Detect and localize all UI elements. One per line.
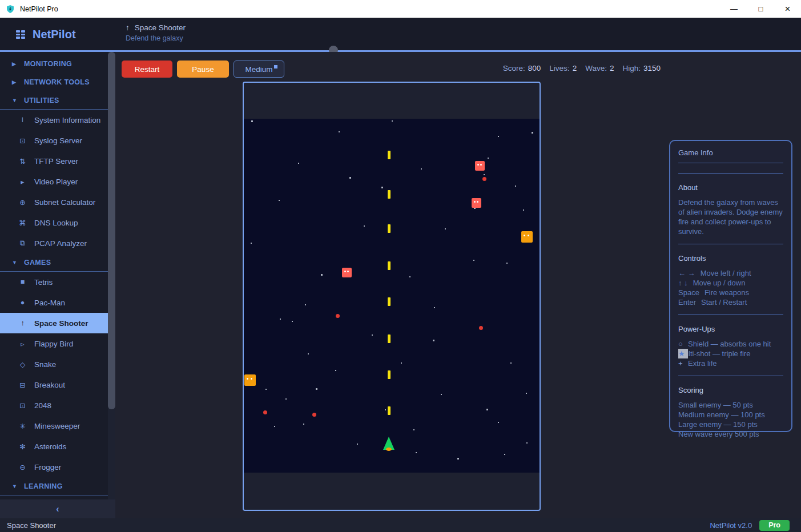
version-label: NetPilot v2.0: [710, 521, 752, 530]
star: [433, 340, 434, 341]
control-key: Space: [678, 288, 699, 297]
panel-row-text: New wave every 500 pts: [678, 429, 759, 439]
sidebar-item-tetris[interactable]: ■Tetris: [0, 272, 108, 292]
tetris-icon: ■: [18, 278, 27, 286]
star: [506, 263, 508, 264]
sidebar-item-syslog-server[interactable]: ⊡Syslog Server: [0, 130, 108, 151]
enemy-eye: [474, 201, 476, 203]
control-key: ↑ ↓: [678, 278, 688, 288]
star: [321, 274, 323, 276]
star: [488, 158, 489, 159]
triangle-down-icon: ▼: [12, 260, 18, 265]
star: [498, 422, 499, 423]
star: [308, 353, 309, 354]
sidebar-item-asteroids[interactable]: ✻Asteroids: [0, 436, 108, 457]
sidebar-item-breakout[interactable]: ⊟Breakout: [0, 374, 108, 395]
shield-icon: ○: [678, 339, 688, 349]
close-button[interactable]: ×: [774, 0, 801, 18]
status-text: Space Shooter: [7, 521, 56, 530]
sidebar-item-pcap-analyzer[interactable]: ⧉PCAP Analyzer: [0, 233, 108, 253]
sidebar-item-minesweeper[interactable]: ✳Minesweeper: [0, 416, 108, 436]
sidebar-item-pac-man[interactable]: ●Pac-Man: [0, 292, 108, 313]
app-title: NetPilot Pro: [20, 5, 58, 13]
panel-row: +Extra life: [678, 358, 783, 368]
brand: NetPilot: [16, 28, 76, 41]
info-icon: i: [18, 116, 27, 124]
enemy-eye: [528, 235, 529, 236]
control-key: ← →: [678, 268, 695, 278]
engine-flame: [386, 448, 392, 451]
panel-row-text: Large enemy — 150 pts: [678, 420, 758, 429]
section-label: GAMES: [24, 259, 51, 267]
sidebar-collapse-button[interactable]: ‹: [0, 499, 115, 518]
sidebar-item-video-player[interactable]: ▸Video Player: [0, 171, 108, 192]
page-title: ↑ Space Shooter: [126, 23, 186, 32]
star: [416, 452, 417, 453]
sidebar-item-label: Minesweeper: [34, 422, 80, 430]
scrollbar-thumb[interactable]: [108, 52, 115, 409]
brand-name: NetPilot: [33, 28, 76, 41]
sidebar-item-label: TFTP Server: [34, 157, 78, 166]
panel-row: ↑ ↓Move up / down: [678, 278, 783, 288]
maximize-button[interactable]: □: [747, 0, 774, 18]
playfield: [244, 119, 540, 473]
difficulty-select[interactable]: Medium: [234, 61, 284, 78]
star: [316, 388, 317, 390]
game-stats: Score:800Lives:2Wave:2High:3150: [503, 64, 661, 72]
panel-row: ★Multi-shot — triple fire: [678, 349, 783, 358]
star: [510, 362, 512, 364]
sidebar-item-label: Space Shooter: [34, 319, 88, 328]
star: [473, 260, 474, 261]
section-label: MONITORING: [24, 60, 72, 68]
sidebar-item-label: Subnet Calculator: [34, 198, 95, 207]
sidebar-section-learning[interactable]: ▼LEARNING: [0, 477, 108, 495]
panel-row: Small enemy — 50 pts: [678, 400, 783, 410]
sidebar-item-subnet-calculator[interactable]: ⊕Subnet Calculator: [0, 192, 108, 212]
star: [305, 304, 306, 305]
main-content: Restart Pause Medium Score:800Lives:2Wav…: [115, 52, 801, 518]
sidebar-item-label: DNS Lookup: [34, 219, 78, 227]
star: [392, 120, 393, 122]
star: [298, 163, 299, 164]
pause-button[interactable]: Pause: [177, 61, 229, 78]
game-canvas[interactable]: [243, 82, 541, 511]
panel-row-text: Move left / right: [701, 268, 751, 278]
sidebar-item-frogger[interactable]: ⊖Frogger: [0, 457, 108, 477]
sidebar-section-utilities[interactable]: ▼UTILITIES: [0, 91, 108, 110]
sidebar-section-games[interactable]: ▼GAMES: [0, 253, 108, 272]
sidebar-item-snake[interactable]: ◇Snake: [0, 354, 108, 374]
star: [526, 393, 527, 394]
star: [285, 398, 287, 400]
enemy-eye: [477, 201, 478, 203]
star: [413, 429, 414, 430]
sidebar-item-label: System Information: [34, 116, 100, 124]
player-bullet: [388, 334, 391, 343]
bird-icon: ▹: [18, 340, 27, 348]
star: [381, 187, 383, 188]
play-icon: ▸: [18, 178, 27, 186]
restart-button[interactable]: Restart: [122, 61, 172, 78]
sidebar-item-2048[interactable]: ⊡2048: [0, 395, 108, 416]
sidebar-scrollbar[interactable]: [108, 52, 115, 518]
star: [498, 136, 499, 137]
panel-row-text: Small enemy — 50 pts: [678, 400, 753, 410]
sidebar-section-network-tools[interactable]: ▶NETWORK TOOLS: [0, 73, 108, 91]
stat-value: 2: [573, 64, 577, 72]
grid-menu-icon[interactable]: [16, 30, 25, 39]
stat-value: 800: [528, 64, 541, 72]
minimize-button[interactable]: —: [721, 0, 747, 18]
enemy-bullet: [312, 413, 316, 417]
sidebar-section-monitoring[interactable]: ▶MONITORING: [0, 55, 108, 73]
page-subtitle: Defend the galaxy: [126, 34, 186, 42]
panel-section-power-ups: Power-Ups○Shield — absorbs one hit★Multi…: [678, 315, 783, 376]
sidebar-item-system-information[interactable]: iSystem Information: [0, 110, 108, 130]
sidebar-item-label: Video Player: [34, 178, 78, 186]
difficulty-indicator-icon: [274, 65, 277, 68]
sidebar-item-space-shooter[interactable]: ↑Space Shooter: [0, 313, 108, 333]
section-label: NETWORK TOOLS: [24, 78, 90, 86]
sidebar-item-dns-lookup[interactable]: ⌘DNS Lookup: [0, 212, 108, 233]
stat-score: Score:800: [503, 64, 541, 72]
stat-label: Score:: [503, 64, 525, 72]
sidebar-item-tftp-server[interactable]: ⇅TFTP Server: [0, 151, 108, 171]
sidebar-item-flappy-bird[interactable]: ▹Flappy Bird: [0, 333, 108, 354]
